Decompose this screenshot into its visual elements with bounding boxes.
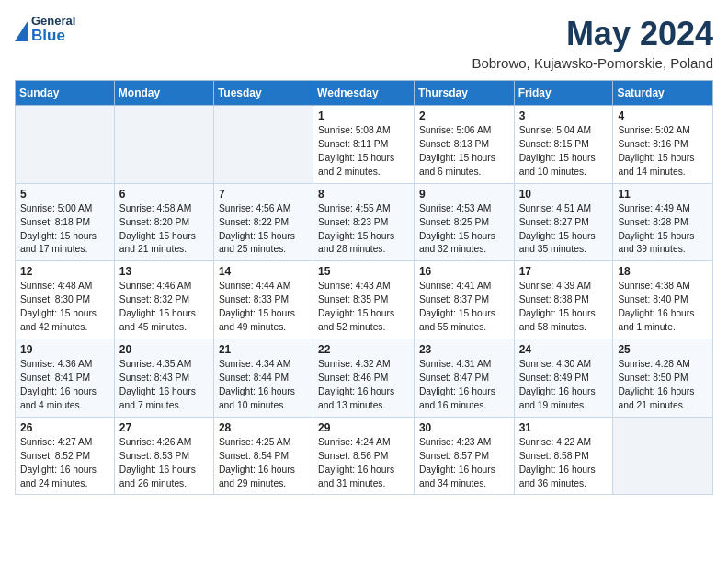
day-info: Sunrise: 4:26 AMSunset: 8:53 PMDaylight:… (119, 436, 209, 491)
day-info: Sunrise: 4:31 AMSunset: 8:47 PMDaylight:… (419, 358, 509, 413)
calendar-cell: 6Sunrise: 4:58 AMSunset: 8:20 PMDaylight… (114, 183, 213, 261)
location-subtitle: Bobrowo, Kujawsko-Pomorskie, Poland (472, 55, 713, 71)
day-number: 4 (618, 109, 708, 122)
title-block: May 2024 Bobrowo, Kujawsko-Pomorskie, Po… (472, 15, 713, 71)
calendar-week-row: 12Sunrise: 4:48 AMSunset: 8:30 PMDayligh… (16, 261, 713, 339)
day-info: Sunrise: 4:34 AMSunset: 8:44 PMDaylight:… (219, 358, 308, 413)
col-header-friday: Friday (514, 81, 613, 106)
calendar-cell: 7Sunrise: 4:56 AMSunset: 8:22 PMDaylight… (213, 183, 313, 261)
calendar-cell: 10Sunrise: 4:51 AMSunset: 8:27 PMDayligh… (514, 183, 613, 261)
day-number: 11 (618, 188, 708, 201)
calendar-cell: 4Sunrise: 5:02 AMSunset: 8:16 PMDaylight… (613, 106, 713, 184)
day-number: 13 (119, 265, 209, 278)
day-info: Sunrise: 4:36 AMSunset: 8:41 PMDaylight:… (20, 358, 109, 413)
day-info: Sunrise: 4:49 AMSunset: 8:28 PMDaylight:… (618, 202, 708, 258)
calendar-cell: 22Sunrise: 4:32 AMSunset: 8:46 PMDayligh… (313, 339, 415, 418)
day-number: 12 (20, 265, 109, 278)
day-info: Sunrise: 4:35 AMSunset: 8:43 PMDaylight:… (119, 358, 209, 413)
calendar-cell (114, 106, 213, 184)
day-number: 6 (119, 188, 209, 201)
day-number: 10 (519, 188, 609, 201)
day-number: 31 (519, 421, 609, 434)
day-info: Sunrise: 4:55 AMSunset: 8:23 PMDaylight:… (318, 202, 409, 258)
calendar-cell: 9Sunrise: 4:53 AMSunset: 8:25 PMDaylight… (414, 183, 514, 261)
calendar-cell: 3Sunrise: 5:04 AMSunset: 8:15 PMDaylight… (514, 106, 613, 184)
day-info: Sunrise: 4:38 AMSunset: 8:40 PMDaylight:… (618, 280, 708, 335)
month-year-title: May 2024 (472, 15, 713, 53)
day-info: Sunrise: 4:53 AMSunset: 8:25 PMDaylight:… (419, 202, 509, 258)
day-number: 7 (219, 188, 308, 201)
calendar-cell: 30Sunrise: 4:23 AMSunset: 8:57 PMDayligh… (414, 417, 514, 495)
calendar-cell (613, 417, 713, 495)
day-number: 19 (20, 343, 109, 356)
day-number: 21 (219, 343, 308, 356)
calendar-cell: 26Sunrise: 4:27 AMSunset: 8:52 PMDayligh… (16, 417, 115, 495)
day-number: 27 (119, 421, 209, 434)
day-number: 8 (318, 188, 409, 201)
day-info: Sunrise: 4:22 AMSunset: 8:58 PMDaylight:… (519, 436, 609, 491)
logo-triangle-icon (15, 21, 28, 41)
day-number: 22 (318, 343, 409, 356)
day-number: 16 (419, 265, 509, 278)
day-info: Sunrise: 4:51 AMSunset: 8:27 PMDaylight:… (519, 202, 609, 258)
logo-blue: Blue (31, 28, 75, 45)
calendar-cell: 31Sunrise: 4:22 AMSunset: 8:58 PMDayligh… (514, 417, 613, 495)
day-number: 14 (219, 265, 308, 278)
calendar-cell: 8Sunrise: 4:55 AMSunset: 8:23 PMDaylight… (313, 183, 415, 261)
calendar-cell: 5Sunrise: 5:00 AMSunset: 8:18 PMDaylight… (16, 183, 115, 261)
col-header-tuesday: Tuesday (213, 81, 313, 106)
calendar-cell: 14Sunrise: 4:44 AMSunset: 8:33 PMDayligh… (213, 261, 313, 339)
logo-text: General Blue (31, 15, 75, 45)
day-number: 15 (318, 265, 409, 278)
calendar-cell: 23Sunrise: 4:31 AMSunset: 8:47 PMDayligh… (414, 339, 514, 418)
col-header-thursday: Thursday (414, 81, 514, 106)
calendar-week-row: 26Sunrise: 4:27 AMSunset: 8:52 PMDayligh… (16, 417, 713, 495)
calendar-cell: 18Sunrise: 4:38 AMSunset: 8:40 PMDayligh… (613, 261, 713, 339)
day-number: 26 (20, 421, 109, 434)
day-info: Sunrise: 4:48 AMSunset: 8:30 PMDaylight:… (20, 280, 109, 335)
day-info: Sunrise: 4:39 AMSunset: 8:38 PMDaylight:… (519, 280, 609, 335)
day-number: 5 (20, 188, 109, 201)
day-number: 30 (419, 421, 509, 434)
calendar-cell (16, 106, 115, 184)
day-number: 23 (419, 343, 509, 356)
day-info: Sunrise: 5:08 AMSunset: 8:11 PMDaylight:… (318, 124, 409, 179)
day-number: 2 (419, 109, 509, 122)
day-info: Sunrise: 5:02 AMSunset: 8:16 PMDaylight:… (618, 124, 708, 179)
day-info: Sunrise: 5:04 AMSunset: 8:15 PMDaylight:… (519, 124, 609, 179)
day-info: Sunrise: 4:41 AMSunset: 8:37 PMDaylight:… (419, 280, 509, 335)
day-info: Sunrise: 4:43 AMSunset: 8:35 PMDaylight:… (318, 280, 409, 335)
calendar-header-row: SundayMondayTuesdayWednesdayThursdayFrid… (16, 81, 713, 106)
day-info: Sunrise: 4:27 AMSunset: 8:52 PMDaylight:… (20, 436, 109, 491)
calendar-cell: 11Sunrise: 4:49 AMSunset: 8:28 PMDayligh… (613, 183, 713, 261)
calendar-week-row: 19Sunrise: 4:36 AMSunset: 8:41 PMDayligh… (16, 339, 713, 418)
calendar-cell: 2Sunrise: 5:06 AMSunset: 8:13 PMDaylight… (414, 106, 514, 184)
day-info: Sunrise: 4:30 AMSunset: 8:49 PMDaylight:… (519, 358, 609, 413)
calendar-cell: 15Sunrise: 4:43 AMSunset: 8:35 PMDayligh… (313, 261, 415, 339)
day-number: 29 (318, 421, 409, 434)
calendar-cell: 1Sunrise: 5:08 AMSunset: 8:11 PMDaylight… (313, 106, 415, 184)
calendar-cell: 13Sunrise: 4:46 AMSunset: 8:32 PMDayligh… (114, 261, 213, 339)
calendar-cell: 24Sunrise: 4:30 AMSunset: 8:49 PMDayligh… (514, 339, 613, 418)
day-info: Sunrise: 4:24 AMSunset: 8:56 PMDaylight:… (318, 436, 409, 491)
day-info: Sunrise: 4:58 AMSunset: 8:20 PMDaylight:… (119, 202, 209, 258)
day-number: 28 (219, 421, 308, 434)
day-number: 17 (519, 265, 609, 278)
day-number: 3 (519, 109, 609, 122)
day-number: 25 (618, 343, 708, 356)
day-number: 1 (318, 109, 409, 122)
calendar-cell: 28Sunrise: 4:25 AMSunset: 8:54 PMDayligh… (213, 417, 313, 495)
col-header-saturday: Saturday (613, 81, 713, 106)
day-number: 20 (119, 343, 209, 356)
calendar-week-row: 1Sunrise: 5:08 AMSunset: 8:11 PMDaylight… (16, 106, 713, 184)
day-info: Sunrise: 4:46 AMSunset: 8:32 PMDaylight:… (119, 280, 209, 335)
calendar-cell: 17Sunrise: 4:39 AMSunset: 8:38 PMDayligh… (514, 261, 613, 339)
col-header-monday: Monday (114, 81, 213, 106)
day-info: Sunrise: 4:56 AMSunset: 8:22 PMDaylight:… (219, 202, 308, 258)
calendar-cell (213, 106, 313, 184)
calendar-cell: 27Sunrise: 4:26 AMSunset: 8:53 PMDayligh… (114, 417, 213, 495)
day-number: 24 (519, 343, 609, 356)
calendar-cell: 16Sunrise: 4:41 AMSunset: 8:37 PMDayligh… (414, 261, 514, 339)
day-info: Sunrise: 5:06 AMSunset: 8:13 PMDaylight:… (419, 124, 509, 179)
day-info: Sunrise: 5:00 AMSunset: 8:18 PMDaylight:… (20, 202, 109, 258)
